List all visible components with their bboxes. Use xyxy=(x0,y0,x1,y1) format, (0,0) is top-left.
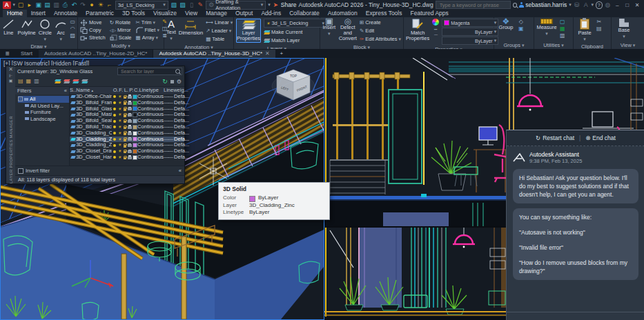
palette-close-icon[interactable]: ✕ xyxy=(8,66,13,73)
copy-clip-icon[interactable]: ▤ xyxy=(596,26,602,32)
layer-match-icon[interactable]: ▨ xyxy=(179,1,186,9)
layer-state-2-icon[interactable] xyxy=(64,79,70,83)
arc-button[interactable]: Arc▾ xyxy=(55,19,68,42)
layer-properties-button[interactable]: Layer Properties xyxy=(236,19,261,43)
quick-calc-icon[interactable]: ▦ xyxy=(560,26,565,32)
rotate-button[interactable]: ↻Rotate xyxy=(110,19,132,26)
tab-insert[interactable]: Insert xyxy=(27,10,50,17)
tab-parametric[interactable]: Parametric xyxy=(81,10,118,17)
detect-convert-button[interactable]: ◎ Detect and Convert xyxy=(339,19,357,41)
file-tab-start[interactable]: Start xyxy=(15,50,38,58)
redo-icon[interactable]: ↷ xyxy=(79,1,86,9)
suggestion-1[interactable]: "Autosave is not working" xyxy=(519,228,632,237)
layer-search-box[interactable] xyxy=(117,68,182,75)
search-box[interactable] xyxy=(436,1,511,9)
filter-furniture[interactable]: Furniture xyxy=(25,109,69,116)
make-current-icon[interactable]: ▧ xyxy=(170,1,177,9)
rectangle-tool-icon[interactable]: ▭ xyxy=(70,19,75,25)
layer-state-3-icon[interactable] xyxy=(72,79,79,83)
file-tab-3d[interactable]: Autodesk AutoCAD ..Tiny_House-3D_HC*✕ xyxy=(153,50,275,58)
layers-panel-label[interactable]: Layers▾ xyxy=(234,46,320,49)
plot-icon[interactable]: ▥ xyxy=(53,1,60,9)
fillet-button[interactable]: Fillet▾ xyxy=(136,26,159,34)
line-button[interactable]: Line xyxy=(2,19,15,36)
insert-button[interactable]: ▣ Insert▾ xyxy=(322,19,336,37)
app-menu-caret-icon[interactable]: ▾ xyxy=(13,2,16,8)
group-button[interactable]: ❖ Group xyxy=(496,19,516,30)
id-point-icon[interactable]: ▥ xyxy=(560,32,565,39)
layer-search-input[interactable] xyxy=(119,68,174,74)
username[interactable]: sebastian.harris xyxy=(525,1,567,8)
workspace-dropdown[interactable]: ⚙ Drafting & Annotation ▾ xyxy=(206,1,266,10)
share-button[interactable]: ➤ Share xyxy=(273,1,297,9)
tab-add-ins[interactable]: Add-ins xyxy=(257,10,285,17)
tab-express-tools[interactable]: Express Tools xyxy=(362,10,407,17)
trim-button[interactable]: ✂Trim▾ xyxy=(136,19,159,26)
invert-filter-checkbox[interactable]: Invert filter xyxy=(18,168,50,174)
cart-icon[interactable]: ⛁︎ xyxy=(574,1,580,9)
modify-panel-label[interactable]: Modify▾ xyxy=(78,43,164,49)
layer-dropdown[interactable]: ☀ 3d_LS_Decking ▾ xyxy=(264,19,327,28)
object-color-dropdown[interactable]: Magenta▾ xyxy=(442,19,498,27)
polyline-button[interactable]: Polyline xyxy=(18,19,36,36)
measure-button[interactable]: Measure▾ xyxy=(536,19,557,37)
mirror-button[interactable]: ◁▷Mirror xyxy=(110,26,132,34)
close-button[interactable]: ✕ xyxy=(633,2,641,8)
open-folder-icon[interactable]: ▸ xyxy=(26,1,33,9)
match-layer-button[interactable]: Match Layer xyxy=(264,37,327,44)
file-tab-2d[interactable]: Autodesk AutoCAD ..Tiny_House-2D_HC* xyxy=(39,50,153,58)
group-edit-icon[interactable]: ▣ xyxy=(518,26,524,32)
move-button[interactable]: Move xyxy=(80,19,106,26)
annotation-panel-label[interactable]: Annotation▾ xyxy=(164,44,233,49)
help-icon[interactable]: ? xyxy=(596,1,602,9)
sheet-icon[interactable]: ▯ xyxy=(188,1,195,9)
suggestion-3[interactable]: "How do I remove unused blocks from my d… xyxy=(519,259,632,275)
circle-button[interactable]: Circle▾ xyxy=(39,19,52,42)
notification-bell-icon[interactable]: ◍ xyxy=(605,1,612,9)
layer-state-1-icon[interactable] xyxy=(55,79,61,83)
layer-lock-icon[interactable]: ⌐ xyxy=(106,1,113,9)
delete-layer-icon[interactable]: ▥ xyxy=(34,78,39,85)
dimension-button[interactable]: Dimension xyxy=(179,19,203,36)
utilities-panel-label[interactable]: Utilities▾ xyxy=(534,42,573,49)
ellipse-tool-icon[interactable]: ◠ xyxy=(70,26,75,32)
tab-3d-tools[interactable]: 3D Tools xyxy=(118,10,149,17)
filter-all[interactable]: -All xyxy=(18,96,69,103)
search-input[interactable] xyxy=(438,1,508,9)
ungroup-icon[interactable]: ◇ xyxy=(518,19,524,25)
tab-featured-apps[interactable]: Featured Apps xyxy=(406,10,452,17)
filter-all-used[interactable]: All Used Lay... xyxy=(25,103,69,110)
tab-view[interactable]: View xyxy=(181,10,202,17)
palette-title-strip[interactable]: ✕ ⊩ ▣ LAYER PROPERTIES MANAGER xyxy=(6,66,15,183)
tab-output[interactable]: Output xyxy=(231,10,257,17)
tab-visualize[interactable]: Visualize xyxy=(149,10,181,17)
tab-automation[interactable]: Automation xyxy=(324,10,362,17)
search-icon[interactable] xyxy=(513,3,517,8)
cut-icon[interactable]: ✂ xyxy=(596,19,602,25)
copy-button[interactable]: Copy xyxy=(80,26,106,34)
draw-panel-label[interactable]: Draw▾ xyxy=(0,43,77,49)
file-tab-close-icon[interactable]: ✕ xyxy=(265,50,270,58)
view-panel-label[interactable]: View▾ xyxy=(612,42,644,49)
suggestion-2[interactable]: "Invalid file error" xyxy=(519,243,632,252)
filters-collapse-icon[interactable]: « xyxy=(64,88,67,94)
hatch-tool-icon[interactable]: ▨ xyxy=(70,32,75,39)
layer-state-4-icon[interactable] xyxy=(81,79,88,83)
foot-collapse-icon[interactable]: « xyxy=(179,168,182,174)
autodesk-a-icon[interactable]: A xyxy=(583,1,589,9)
palette-autohide-icon[interactable]: ⊩ xyxy=(9,73,12,78)
create-block-button[interactable]: ⊞Create xyxy=(360,19,401,26)
autocad-logo-icon[interactable]: A xyxy=(3,1,11,9)
layer-on-bulb-icon[interactable]: ● xyxy=(88,1,95,9)
palette-properties-icon[interactable]: ▣ xyxy=(9,78,13,83)
clipboard-panel-label[interactable]: Clipboard xyxy=(574,43,611,49)
quick-select-icon[interactable]: ▢ xyxy=(560,19,565,25)
save-as-icon[interactable]: ▤ xyxy=(44,1,51,9)
stretch-button[interactable]: Stretch xyxy=(80,34,106,41)
minimize-button[interactable]: – xyxy=(613,2,621,8)
linear-button[interactable]: ⟷Linear▾ xyxy=(206,19,233,26)
leader-button[interactable]: ↗Leader▾ xyxy=(206,27,233,34)
properties-panel-label[interactable]: Properties▾ xyxy=(404,46,494,49)
end-chat-button[interactable]: ⊗ End chat xyxy=(585,134,616,141)
new-layer-icon[interactable]: ▤ xyxy=(18,78,23,85)
